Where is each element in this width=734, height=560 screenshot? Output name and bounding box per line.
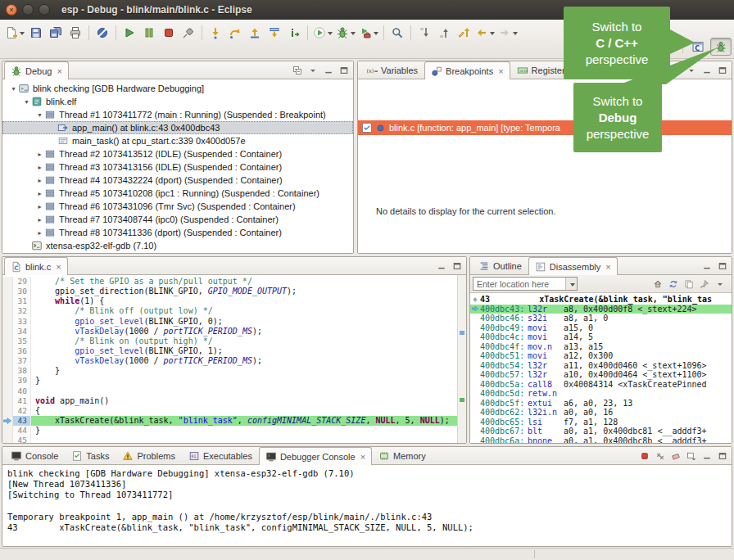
overview-ruler[interactable]	[457, 275, 466, 443]
instruction-stepping-button[interactable]	[284, 23, 304, 43]
expander-open-icon[interactable]: ▾	[35, 111, 44, 119]
debug-tree-item[interactable]: ▸Thread #5 1073410208 (ipc1 : Running) (…	[2, 187, 353, 200]
expander-closed-icon[interactable]: ▸	[35, 151, 44, 158]
disassembly-instruction[interactable]: 400dbc65:lsif7, a1, 128	[470, 418, 732, 427]
tab-close-icon[interactable]: ×	[360, 452, 365, 462]
code-line[interactable]: 31 while(1) {	[2, 296, 457, 306]
code-line[interactable]: 35 /* Blink on (output high) */	[2, 336, 457, 346]
minimize-button[interactable]	[700, 449, 714, 463]
editor-body[interactable]: 29 /* Set the GPIO as a push/pull output…	[2, 275, 466, 443]
view-menu-button[interactable]	[684, 64, 698, 77]
print-button[interactable]	[66, 23, 85, 43]
code-line[interactable]: 41void app_main()	[2, 396, 457, 406]
location-dropdown-button[interactable]	[565, 278, 577, 290]
editor-tab-blink-c[interactable]: Cblink.c×	[4, 257, 68, 275]
save-button[interactable]	[26, 23, 46, 43]
disasm-tab-outline[interactable]: Outline	[472, 257, 528, 274]
skip-all-breakpoints-button[interactable]	[93, 23, 112, 43]
disassembly-instruction[interactable]: 400dbc67:blta0, a1, 0x400dbc81 <__adddf3…	[470, 427, 732, 436]
vars-tab-breakpoints[interactable]: Breakpoints×	[424, 61, 510, 79]
copy-button[interactable]	[682, 278, 695, 291]
step-over-button[interactable]	[225, 23, 245, 43]
code-line[interactable]: 37 vTaskDelay(1000 / portTICK_PERIOD_MS)…	[2, 356, 457, 366]
terminate-button[interactable]	[159, 23, 179, 43]
breakpoint-item[interactable]: blink.c [function: app_main] [type: Temp…	[358, 120, 732, 135]
disassembly-instruction[interactable]: 400dbc5f:extuia6, a0, 23, 13	[470, 399, 732, 409]
debug-tree-item[interactable]: ▸Thread #7 1073408744 (ipc0) (Suspended …	[2, 213, 353, 226]
link-with-debug-button[interactable]	[668, 64, 682, 77]
disassembly-instruction[interactable]: 400dbc49:movia15, 0	[470, 323, 732, 333]
expander-closed-icon[interactable]: ▸	[35, 190, 44, 197]
disassembly-instruction[interactable]: 400dbc6a:bnonea0, a1, 0x400dbc8b <__addd…	[470, 436, 732, 444]
disassembly-instruction[interactable]: 400dbc46:s32ia8, a1, 0	[470, 314, 732, 323]
tab-close-icon[interactable]: ×	[498, 66, 503, 76]
maximize-button[interactable]	[450, 260, 464, 273]
step-return-button[interactable]	[245, 23, 265, 43]
step-into-button[interactable]	[206, 23, 225, 43]
cpp-perspective-button[interactable]: C	[687, 38, 709, 56]
disasm-tab-disassembly[interactable]: Disassembly×	[528, 257, 618, 275]
run-button[interactable]	[311, 23, 334, 43]
code-line[interactable]: 34 vTaskDelay(1000 / portTICK_PERIOD_MS)…	[2, 327, 457, 336]
terminate-button[interactable]	[637, 449, 651, 463]
resume-button[interactable]	[120, 23, 139, 43]
search-button[interactable]	[387, 23, 407, 43]
breakpoint-checkbox[interactable]	[362, 123, 372, 133]
maximize-button[interactable]	[715, 64, 729, 77]
disassembly-instruction[interactable]: 400dbc62:l32i.na0, a0, 16	[470, 408, 732, 418]
disassembly-instruction[interactable]: 400dbc4c:movia14, 5	[470, 332, 732, 342]
expander-open-icon[interactable]: ▾	[9, 85, 18, 93]
console-tab-console[interactable]: Console	[4, 447, 65, 464]
debug-tree-item[interactable]: ▸Thread #4 1073432224 (dport) (Suspended…	[2, 174, 353, 187]
debug-button[interactable]	[334, 23, 357, 43]
expander-closed-icon[interactable]: ▸	[35, 229, 44, 237]
debug-tree-item[interactable]: ▾blink checking [GDB Hardware Debugging]	[2, 82, 353, 95]
debug-tree-item[interactable]: app_main() at blink.c:43 0x400dbc43	[2, 121, 353, 134]
expander-closed-icon[interactable]: ▸	[35, 164, 44, 171]
debug-tree-item[interactable]: ▸Thread #3 1073413156 (IDLE) (Suspended …	[2, 160, 353, 174]
remove-all-button[interactable]	[653, 449, 667, 463]
new-wizard-button[interactable]	[3, 23, 26, 43]
maximize-button[interactable]	[715, 260, 729, 273]
disassembly-instruction[interactable]: 400dbc5d:retw.n	[470, 389, 732, 399]
debug-tree-item[interactable]: ▸Thread #8 1073411336 (dport) (Suspended…	[2, 226, 353, 239]
disassembly-instruction[interactable]: 400dbc4f:mov.na13, a15	[470, 342, 732, 352]
debug-tab-debug[interactable]: Debug×	[4, 61, 69, 79]
vars-tab-variables[interactable]: (x)=Variables	[360, 61, 424, 79]
code-line[interactable]: 45	[2, 436, 457, 444]
last-edit-location-button[interactable]	[454, 23, 473, 43]
tab-close-icon[interactable]: ×	[605, 262, 610, 272]
code-line[interactable]: 39}	[2, 376, 457, 386]
code-line[interactable]: 42{	[2, 406, 457, 416]
tab-close-icon[interactable]: ×	[57, 66, 61, 76]
expander-closed-icon[interactable]: ▸	[35, 216, 44, 224]
clear-button[interactable]	[668, 449, 682, 463]
location-input[interactable]: Enter location here	[473, 277, 578, 291]
debug-perspective-button[interactable]	[710, 38, 732, 56]
drop-to-frame-button[interactable]	[265, 23, 284, 43]
pin-button[interactable]	[697, 278, 711, 291]
debug-tree-item[interactable]: ▸Thread #2 1073413512 (IDLE) (Suspended …	[2, 147, 353, 160]
disassembly-instruction[interactable]: 400dbc51:movia12, 0x300	[470, 351, 732, 361]
forward-button[interactable]	[496, 23, 519, 43]
view-menu-button[interactable]	[713, 278, 727, 291]
maximize-button[interactable]	[715, 449, 729, 463]
disconnect-button[interactable]	[179, 23, 198, 43]
code-line[interactable]: 30 gpio_set_direction(BLINK_GPIO, GPIO_M…	[2, 287, 457, 296]
code-line[interactable]: 32 /* Blink off (output low) */	[2, 306, 457, 316]
code-line[interactable]: 36 gpio_set_level(BLINK_GPIO, 1);	[2, 346, 457, 356]
debug-tree-item[interactable]: ▾blink.elf	[2, 95, 353, 108]
expander-open-icon[interactable]: ▾	[22, 98, 31, 106]
code-line[interactable]: 40	[2, 386, 457, 396]
debug-tree-item[interactable]: ▸Thread #6 1073431096 (Tmr Svc) (Suspend…	[2, 200, 353, 213]
display-selector-button[interactable]	[684, 449, 698, 463]
disassembly-source-line[interactable]: 43 xTaskCreate(&blink_task, "blink_tas	[470, 295, 732, 305]
code-line[interactable]: 29 /* Set the GPIO as a push/pull output…	[2, 277, 457, 287]
minimize-button[interactable]	[700, 64, 714, 77]
next-annotation-button[interactable]	[415, 23, 434, 43]
save-all-button[interactable]	[46, 23, 66, 43]
external-tools-button[interactable]	[357, 23, 380, 43]
code-line[interactable]: 38 }	[2, 366, 457, 376]
console-tab-tasks[interactable]: Tasks	[65, 447, 116, 464]
debug-tree-item[interactable]: main_task() at cpu_start.c:339 0x400d057…	[2, 134, 353, 147]
